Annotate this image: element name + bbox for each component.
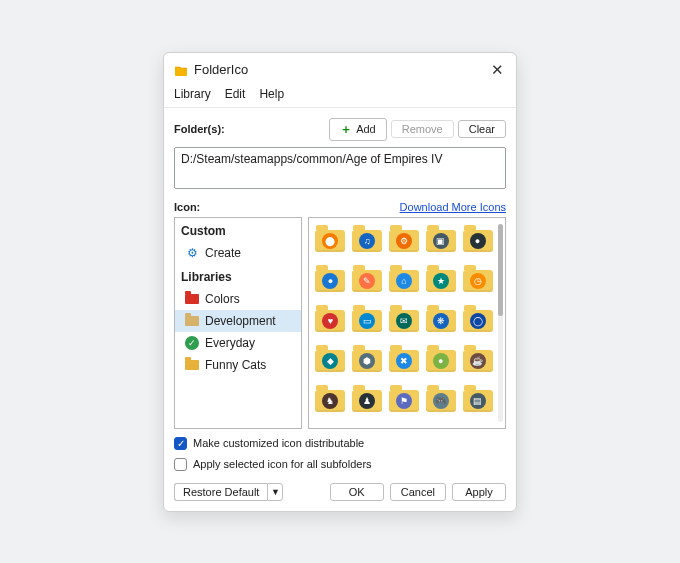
checkbox-distributable-label: Make customized icon distributable bbox=[193, 437, 364, 449]
badge-icon: ♥ bbox=[322, 313, 338, 329]
badge-icon: ✖ bbox=[396, 353, 412, 369]
tree-item-funny-cats[interactable]: Funny Cats bbox=[175, 354, 301, 376]
icon-cell[interactable]: ● bbox=[460, 222, 495, 260]
menu-library[interactable]: Library bbox=[174, 87, 211, 101]
icon-cell[interactable]: ♥ bbox=[313, 302, 348, 340]
folders-label: Folder(s): bbox=[174, 123, 225, 135]
icon-cell[interactable]: ⚙ bbox=[387, 222, 422, 260]
badge-icon: ◆ bbox=[322, 353, 338, 369]
icon-cell[interactable]: ◷ bbox=[460, 262, 495, 300]
icon-cell[interactable]: ♫ bbox=[350, 222, 385, 260]
icon-cell[interactable] bbox=[423, 422, 458, 424]
menu-help[interactable]: Help bbox=[259, 87, 284, 101]
folder-tan-icon bbox=[185, 358, 199, 372]
icon-cell[interactable] bbox=[313, 422, 348, 424]
clear-label: Clear bbox=[469, 123, 495, 135]
close-button[interactable]: ✕ bbox=[488, 61, 506, 79]
icon-cell[interactable] bbox=[350, 422, 385, 424]
icon-cell[interactable]: ▤ bbox=[460, 382, 495, 420]
remove-label: Remove bbox=[402, 123, 443, 135]
icon-cell[interactable]: ☕ bbox=[460, 342, 495, 380]
icon-cell[interactable]: ● bbox=[423, 342, 458, 380]
badge-icon: ⬢ bbox=[359, 353, 375, 369]
tree-item-everyday[interactable]: ✓Everyday bbox=[175, 332, 301, 354]
tree-item-colors[interactable]: Colors bbox=[175, 288, 301, 310]
tree-create[interactable]: ⚙ Create bbox=[175, 242, 301, 264]
icon-cell[interactable]: ● bbox=[313, 262, 348, 300]
panes: Custom ⚙ Create Libraries ColorsDevelopm… bbox=[174, 217, 506, 429]
checkbox-subfolders-label: Apply selected icon for all subfolders bbox=[193, 458, 372, 470]
icon-cell[interactable]: ♞ bbox=[313, 382, 348, 420]
icon-cell[interactable] bbox=[460, 422, 495, 424]
scrollbar-thumb[interactable] bbox=[498, 224, 503, 316]
add-button[interactable]: ＋Add bbox=[329, 118, 387, 141]
icon-cell[interactable]: ⬢ bbox=[350, 342, 385, 380]
icon-cell[interactable]: ✎ bbox=[350, 262, 385, 300]
app-title: FolderIco bbox=[194, 62, 482, 77]
checkbox-distributable[interactable]: ✓ bbox=[174, 437, 187, 450]
clear-button[interactable]: Clear bbox=[458, 120, 506, 138]
badge-icon: ☕ bbox=[470, 353, 486, 369]
badge-icon: ◯ bbox=[470, 313, 486, 329]
libraries-section: Libraries bbox=[175, 264, 301, 288]
checkbox-subfolders[interactable] bbox=[174, 458, 187, 471]
checkbox-distributable-row[interactable]: ✓ Make customized icon distributable bbox=[174, 437, 506, 450]
cancel-button[interactable]: Cancel bbox=[390, 483, 446, 501]
download-more-link[interactable]: Download More Icons bbox=[400, 201, 506, 213]
badge-icon: ▭ bbox=[359, 313, 375, 329]
badge-icon: ★ bbox=[433, 273, 449, 289]
icon-cell[interactable]: 🎮 bbox=[423, 382, 458, 420]
icon-label: Icon: bbox=[174, 201, 200, 213]
badge-icon: 🎮 bbox=[433, 393, 449, 409]
scrollbar[interactable] bbox=[498, 224, 503, 422]
icon-grid: ⬤♫⚙▣●●✎⌂★◷♥▭✉❋◯◆⬢✖●☕♞♟⚑🎮▤ bbox=[313, 222, 495, 424]
folder-path-input[interactable]: D:/Steam/steamapps/common/Age of Empires… bbox=[174, 147, 506, 189]
badge-icon: ▣ bbox=[433, 233, 449, 249]
icon-cell[interactable]: ◯ bbox=[460, 302, 495, 340]
restore-default-caret[interactable]: ▼ bbox=[267, 483, 283, 501]
folders-row: Folder(s): ＋Add Remove Clear bbox=[174, 118, 506, 141]
app-window: FolderIco ✕ Library Edit Help Folder(s):… bbox=[163, 52, 517, 512]
badge-icon: ❋ bbox=[433, 313, 449, 329]
icon-cell[interactable]: ✉ bbox=[387, 302, 422, 340]
remove-button[interactable]: Remove bbox=[391, 120, 454, 138]
restore-default-button[interactable]: Restore Default bbox=[174, 483, 267, 501]
menu-edit[interactable]: Edit bbox=[225, 87, 246, 101]
icon-cell[interactable]: ❋ bbox=[423, 302, 458, 340]
tree-create-label: Create bbox=[205, 246, 241, 260]
restore-default-group: Restore Default ▼ bbox=[174, 483, 283, 501]
badge-icon: ⬤ bbox=[322, 233, 338, 249]
icon-cell[interactable]: ⬤ bbox=[313, 222, 348, 260]
folder-tan-icon bbox=[185, 314, 199, 328]
badge-icon: ✉ bbox=[396, 313, 412, 329]
plus-icon: ＋ bbox=[340, 121, 352, 138]
apply-button[interactable]: Apply bbox=[452, 483, 506, 501]
icon-cell[interactable]: ⌂ bbox=[387, 262, 422, 300]
icon-cell[interactable]: ▣ bbox=[423, 222, 458, 260]
tree-item-label: Everyday bbox=[205, 336, 255, 350]
icon-row: Icon: Download More Icons bbox=[174, 201, 506, 213]
icon-cell[interactable]: ♟ bbox=[350, 382, 385, 420]
icon-cell[interactable]: ◆ bbox=[313, 342, 348, 380]
content: Folder(s): ＋Add Remove Clear D:/Steam/st… bbox=[164, 108, 516, 511]
badge-icon: ♟ bbox=[359, 393, 375, 409]
checkbox-subfolders-row[interactable]: Apply selected icon for all subfolders bbox=[174, 458, 506, 471]
folder-red-icon bbox=[185, 292, 199, 306]
badge-icon: ♫ bbox=[359, 233, 375, 249]
icon-cell[interactable]: ⚑ bbox=[387, 382, 422, 420]
app-logo-icon bbox=[174, 63, 188, 77]
icon-cell[interactable]: ▭ bbox=[350, 302, 385, 340]
icon-cell[interactable]: ✖ bbox=[387, 342, 422, 380]
footer: Restore Default ▼ OK Cancel Apply bbox=[174, 483, 506, 501]
folder-path-text: D:/Steam/steamapps/common/Age of Empires… bbox=[181, 152, 442, 166]
icon-cell[interactable] bbox=[387, 422, 422, 424]
gear-icon: ⚙ bbox=[185, 246, 199, 260]
tree-item-label: Funny Cats bbox=[205, 358, 266, 372]
titlebar: FolderIco ✕ bbox=[164, 53, 516, 85]
ok-button[interactable]: OK bbox=[330, 483, 384, 501]
icon-grid-pane: ⬤♫⚙▣●●✎⌂★◷♥▭✉❋◯◆⬢✖●☕♞♟⚑🎮▤ bbox=[308, 217, 506, 429]
badge-icon: ⚑ bbox=[396, 393, 412, 409]
tree-item-development[interactable]: Development bbox=[175, 310, 301, 332]
library-tree: Custom ⚙ Create Libraries ColorsDevelopm… bbox=[174, 217, 302, 429]
icon-cell[interactable]: ★ bbox=[423, 262, 458, 300]
